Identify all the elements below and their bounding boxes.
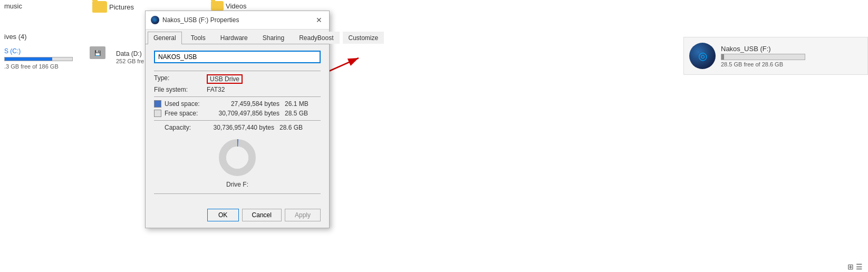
drive-c-info: .3 GB free of 186 GB: [4, 63, 59, 70]
dialog-buttons: OK Cancel Apply: [146, 205, 329, 228]
filesystem-label: File system:: [154, 86, 207, 93]
drives-header: ives (4): [0, 31, 31, 43]
drive-d-info: 252 GB fre: [116, 58, 144, 64]
capacity-size: 28.6 GB: [279, 124, 303, 131]
type-highlight: USB Drive: [207, 74, 243, 84]
dialog-title-text: Nakos_USB (F:) Properties: [162, 16, 239, 24]
donut-chart-container: Drive F:: [154, 137, 321, 188]
capacity-bytes: 30,736,957,440 bytes: [206, 124, 274, 131]
free-space-size: 28.5 GB: [285, 110, 308, 117]
tab-hardware[interactable]: Hardware: [215, 32, 254, 44]
drive-d-icon: 💾: [90, 46, 105, 59]
used-space-row: Used space: 27,459,584 bytes 26.1 MB: [154, 100, 321, 108]
separator-1: [154, 71, 321, 71]
used-space-bytes: 27,459,584 bytes: [211, 100, 279, 108]
drive-name-input[interactable]: [154, 51, 321, 63]
drive-c-bar-fill: [5, 57, 52, 61]
usb-bar-fill: [721, 54, 724, 60]
separator-2: [154, 96, 321, 97]
close-button[interactable]: ✕: [314, 15, 324, 25]
view-icon-list: ☰: [856, 263, 863, 271]
drive-d-label: Data (D:): [116, 50, 142, 57]
used-space-label: Used space:: [165, 100, 211, 108]
tab-readyboost[interactable]: ReadyBoost: [293, 32, 339, 44]
dialog-title-left: ◎ Nakos_USB (F:) Properties: [151, 16, 239, 24]
dialog-content: Type: USB Drive File system: FAT32 Used …: [146, 44, 329, 205]
capacity-label: Capacity:: [165, 124, 206, 131]
properties-dialog[interactable]: ◎ Nakos_USB (F:) Properties ✕ General To…: [145, 11, 330, 228]
drive-c-bar: [4, 57, 73, 61]
videos-folder: Videos: [211, 1, 247, 11]
usb-name: Nakos_USB (F:): [721, 45, 805, 53]
usb-panel: Nakos_USB (F:) 28.5 GB free of 28.6 GB: [683, 37, 868, 75]
usb-drive-icon: [689, 43, 716, 69]
type-row: Type: USB Drive: [154, 74, 321, 84]
donut-chart: [216, 137, 258, 179]
tab-tools[interactable]: Tools: [185, 32, 211, 44]
bottom-separator: [154, 193, 321, 194]
used-color-box: [154, 100, 161, 108]
tab-customize[interactable]: Customize: [343, 32, 384, 44]
apply-button[interactable]: Apply: [285, 209, 321, 221]
explorer-background: music Pictures Videos ives (4) S (C:) .3…: [0, 0, 868, 272]
type-label: Type:: [154, 74, 207, 82]
drive-label: Drive F:: [226, 181, 248, 188]
view-icon-grid: ⊞: [847, 263, 854, 271]
free-color-box: [154, 110, 161, 117]
free-space-label: Free space:: [165, 110, 211, 117]
filesystem-value: FAT32: [207, 86, 321, 93]
dialog-tabs: General Tools Hardware Sharing ReadyBoos…: [146, 30, 329, 44]
tab-sharing[interactable]: Sharing: [257, 32, 290, 44]
free-space-bytes: 30,709,497,856 bytes: [211, 110, 279, 117]
usb-info: Nakos_USB (F:) 28.5 GB free of 28.6 GB: [721, 45, 805, 67]
used-space-size: 26.1 MB: [285, 100, 308, 108]
free-space-row: Free space: 30,709,497,856 bytes 28.5 GB: [154, 110, 321, 117]
ok-button[interactable]: OK: [207, 209, 239, 221]
usb-free: 28.5 GB free of 28.6 GB: [721, 61, 805, 67]
dialog-titlebar: ◎ Nakos_USB (F:) Properties ✕: [146, 11, 329, 30]
taskbar-icons: ⊞ ☰: [847, 263, 863, 271]
music-label: music: [0, 0, 26, 12]
pictures-folder: Pictures: [92, 1, 134, 13]
separator-3: [154, 120, 321, 121]
svg-point-4: [226, 147, 248, 169]
tab-general[interactable]: General: [148, 32, 182, 44]
capacity-row: Capacity: 30,736,957,440 bytes 28.6 GB: [165, 124, 321, 131]
drive-c-label: S (C:): [0, 46, 25, 56]
drive-d-ico: 💾: [90, 46, 105, 59]
usb-bar: [721, 54, 805, 60]
type-value: USB Drive: [207, 74, 321, 84]
videos-folder-icon: [211, 1, 224, 11]
dialog-title-icon: ◎: [151, 16, 159, 24]
filesystem-row: File system: FAT32: [154, 86, 321, 93]
cancel-button[interactable]: Cancel: [242, 209, 282, 221]
pictures-folder-icon: [92, 1, 107, 13]
